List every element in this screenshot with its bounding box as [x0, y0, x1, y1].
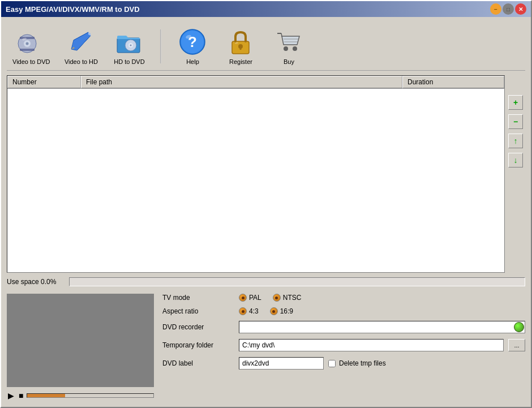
maximize-button[interactable]: □: [503, 3, 514, 15]
tv-mode-label: TV mode: [162, 294, 230, 302]
seek-bar[interactable]: [27, 393, 154, 398]
bottom-section: ▶ ■ TV mode PAL: [7, 294, 525, 401]
aspect-ratio-radio-group: 4:3 16:9: [239, 307, 293, 315]
file-list-container: Number File path Duration + − ↑ ↓: [7, 75, 525, 273]
delete-tmp-checkbox-row: Delete tmp files: [328, 359, 386, 367]
radio-ntsc[interactable]: NTSC: [273, 294, 302, 302]
progress-label: Use space 0.0%: [7, 278, 63, 286]
playback-controls: ▶ ■: [7, 390, 154, 401]
toolbar-separator: [160, 29, 161, 63]
radio-4-3[interactable]: 4:3: [239, 307, 259, 315]
svg-point-14: [130, 45, 132, 46]
file-list-wrapper: Number File path Duration: [7, 75, 505, 273]
radio-pal[interactable]: PAL: [239, 294, 261, 302]
tv-mode-row: TV mode PAL NTSC: [162, 294, 525, 302]
dvd-label-input-row: Delete tmp files: [239, 357, 525, 370]
dvd-label-label: DVD label: [162, 359, 230, 367]
preview-panel: ▶ ■: [7, 294, 154, 401]
buy-icon: [274, 28, 303, 56]
toolbar-group-main: Video to DVD Video to HD: [7, 25, 152, 67]
dvd-recorder-input[interactable]: [239, 321, 525, 333]
side-buttons: + − ↑ ↓: [508, 75, 525, 273]
main-window: Easy MPEG/AVI/DIVX/WMV/RM to DVD − □ ✕: [0, 0, 532, 408]
aspect-ratio-label: Aspect ratio: [162, 307, 230, 315]
help-button[interactable]: ? Help: [170, 25, 215, 67]
dvd-label-row: DVD label Delete tmp files: [162, 357, 525, 370]
buy-button[interactable]: Buy: [266, 25, 311, 67]
file-list-body: [7, 89, 504, 272]
svg-point-2: [26, 42, 29, 45]
radio-ntsc-dot: [273, 294, 281, 302]
preview-box: [7, 294, 154, 387]
progress-bar-row: Use space 0.0%: [7, 277, 525, 286]
temp-folder-row: Temporary folder ...: [162, 339, 525, 351]
radio-16-9[interactable]: 16:9: [270, 307, 293, 315]
temp-folder-label: Temporary folder: [162, 341, 230, 349]
delete-tmp-label: Delete tmp files: [339, 359, 386, 367]
svg-rect-3: [20, 37, 35, 39]
video-to-dvd-icon: [17, 28, 45, 56]
title-bar: Easy MPEG/AVI/DIVX/WMV/RM to DVD − □ ✕: [1, 1, 531, 17]
aspect-ratio-row: Aspect ratio 4:3 16:9: [162, 307, 525, 315]
video-to-dvd-button[interactable]: Video to DVD: [7, 25, 55, 67]
column-header-filepath: File path: [81, 76, 402, 88]
dvd-label-input[interactable]: [239, 357, 324, 370]
stop-button[interactable]: ■: [18, 390, 24, 401]
radio-16-9-dot: [270, 307, 278, 315]
column-header-number: Number: [7, 76, 81, 88]
settings-panel: TV mode PAL NTSC Aspect ratio: [162, 294, 525, 401]
progress-bar: [69, 277, 525, 286]
video-to-hd-label: Video to HD: [65, 58, 98, 65]
dvd-recorder-row: DVD recorder: [162, 321, 525, 333]
dvd-recorder-dropdown-button[interactable]: [514, 322, 524, 332]
dvd-recorder-label: DVD recorder: [162, 323, 230, 331]
video-to-hd-icon: [67, 28, 95, 56]
hd-to-dvd-icon: [115, 28, 143, 56]
buy-label: Buy: [284, 58, 294, 65]
browse-button[interactable]: ...: [508, 339, 525, 351]
hd-to-dvd-label: HD to DVD: [114, 58, 144, 65]
temp-folder-input-row: ...: [239, 339, 525, 351]
video-to-dvd-label: Video to DVD: [12, 58, 50, 65]
svg-rect-21: [240, 46, 242, 50]
radio-pal-dot: [239, 294, 247, 302]
window-body: Video to DVD Video to HD: [1, 17, 531, 407]
dvd-recorder-wrapper: [239, 321, 525, 333]
help-icon: ?: [178, 28, 207, 56]
register-button[interactable]: Register: [218, 25, 263, 67]
tv-mode-radio-group: PAL NTSC: [239, 294, 301, 302]
toolbar: Video to DVD Video to HD: [7, 23, 525, 71]
radio-pal-label: PAL: [249, 294, 261, 302]
svg-rect-4: [20, 49, 35, 51]
hd-to-dvd-button[interactable]: HD to DVD: [106, 25, 152, 67]
radio-4-3-label: 4:3: [249, 307, 259, 315]
radio-4-3-dot: [239, 307, 247, 315]
video-to-hd-button[interactable]: Video to HD: [58, 25, 104, 67]
register-icon: [226, 28, 255, 56]
column-header-duration: Duration: [402, 76, 504, 88]
toolbar-group-utility: ? Help: [170, 25, 311, 67]
svg-point-24: [284, 46, 288, 51]
temp-folder-input[interactable]: [239, 339, 504, 351]
register-label: Register: [229, 58, 252, 65]
window-controls: − □ ✕: [490, 3, 526, 15]
window-title: Easy MPEG/AVI/DIVX/WMV/RM to DVD: [6, 5, 140, 14]
minimize-button[interactable]: −: [490, 3, 501, 15]
close-button[interactable]: ✕: [515, 3, 526, 15]
radio-16-9-label: 16:9: [280, 307, 293, 315]
file-list-header: Number File path Duration: [7, 76, 504, 89]
add-file-button[interactable]: +: [508, 95, 523, 110]
move-up-button[interactable]: ↑: [508, 134, 523, 148]
move-down-button[interactable]: ↓: [508, 153, 523, 168]
delete-tmp-checkbox[interactable]: [328, 360, 336, 367]
remove-file-button[interactable]: −: [508, 114, 523, 129]
radio-ntsc-label: NTSC: [283, 294, 302, 302]
help-label: Help: [186, 58, 199, 65]
play-button[interactable]: ▶: [7, 390, 15, 401]
svg-point-25: [293, 46, 297, 51]
